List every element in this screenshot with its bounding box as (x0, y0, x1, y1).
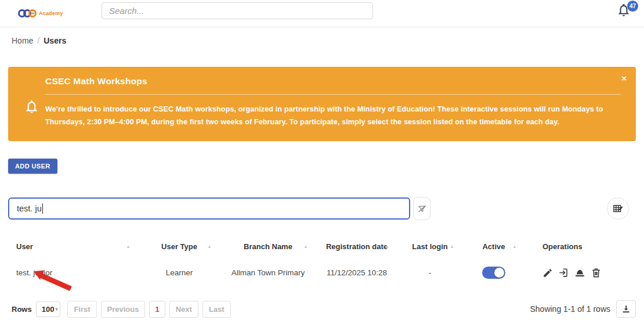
breadcrumb-separator: / (37, 36, 39, 45)
breadcrumb-current: Users (44, 36, 66, 45)
logo-text: Academy (39, 10, 63, 16)
column-header-branch-name[interactable]: Branch Name▲ (220, 236, 316, 257)
column-header-operations: Operations (525, 236, 636, 257)
notifications-button[interactable]: 47 (616, 2, 635, 20)
announcement-body: We're thrilled to introduce our CSEC Mat… (45, 103, 621, 128)
chevron-down-icon: ▾ (55, 307, 57, 312)
announcement-banner: CSEC Math Workshops We're thrilled to in… (8, 67, 636, 141)
table-footer: Rows 100 ▾ First Previous 1 Next Last Sh… (8, 300, 636, 318)
cell-operations (525, 257, 636, 289)
filter-off-icon (417, 203, 428, 214)
text-cursor (42, 203, 43, 214)
announcement-divider (45, 94, 621, 95)
breadcrumb: Home / Users (0, 27, 644, 45)
sort-caret-icon: ▲ (126, 243, 131, 249)
rows-label: Rows (12, 305, 32, 314)
first-page-button[interactable]: First (67, 301, 96, 318)
column-header-last-login[interactable]: Last login▲ (397, 236, 462, 257)
announcement-title: CSEC Math Workshops (45, 76, 621, 87)
edit-columns-icon (612, 203, 624, 214)
users-table: User▲ User Type▲ Branch Name▲ Registrati… (8, 236, 636, 289)
download-icon (621, 304, 631, 314)
toggle-knob (494, 268, 504, 278)
chart-icon[interactable] (574, 267, 585, 278)
cell-last-login: - (397, 257, 462, 289)
user-search-input[interactable]: test. ju (8, 197, 410, 220)
notification-count-badge: 47 (627, 1, 638, 12)
column-header-user-type[interactable]: User Type▲ (139, 236, 220, 257)
page-size-select[interactable]: 100 ▾ (36, 301, 61, 317)
cell-active (462, 257, 525, 289)
sort-caret-icon: ▲ (207, 243, 212, 249)
sort-caret-icon: ▲ (450, 243, 454, 249)
topbar: Academy 47 (0, 0, 644, 27)
global-search-input[interactable] (102, 2, 373, 19)
active-toggle[interactable] (482, 267, 505, 279)
next-page-button[interactable]: Next (169, 301, 198, 318)
announcement-bell-icon (24, 98, 39, 117)
export-button[interactable] (616, 300, 636, 318)
delete-icon[interactable] (591, 267, 602, 278)
edit-icon[interactable] (542, 268, 553, 278)
column-header-registration-date[interactable]: Registration date▲ (316, 236, 397, 257)
close-icon[interactable]: × (621, 74, 627, 82)
table-toolbar: test. ju (8, 197, 636, 220)
user-search-value: test. ju (17, 204, 42, 213)
cell-registration-date: 11/12/2025 10:28 (316, 257, 397, 289)
last-page-button[interactable]: Last (202, 301, 231, 318)
add-user-button[interactable]: ADD USER (8, 159, 57, 174)
login-as-icon[interactable] (558, 267, 569, 278)
brand-logo[interactable]: Academy (17, 7, 63, 20)
cell-branch-name: Allman Town Primary (220, 257, 316, 289)
toggle-columns-button[interactable] (607, 197, 629, 220)
table-row: test. junior Learner Allman Town Primary… (8, 257, 636, 289)
previous-page-button[interactable]: Previous (101, 301, 146, 318)
logo-rings-icon (17, 7, 37, 20)
column-header-active[interactable]: Active▲ (462, 236, 525, 257)
clear-filter-button[interactable] (413, 197, 430, 220)
sort-caret-icon: ▲ (512, 243, 517, 249)
current-page-button[interactable]: 1 (149, 301, 165, 318)
table-header-row: User▲ User Type▲ Branch Name▲ Registrati… (8, 236, 636, 257)
cell-user: test. junior (8, 257, 139, 289)
breadcrumb-home-link[interactable]: Home (12, 36, 33, 45)
sort-caret-icon: ▲ (385, 243, 389, 249)
cell-user-type: Learner (139, 257, 220, 289)
column-header-user[interactable]: User▲ (8, 236, 139, 257)
sort-caret-icon: ▲ (303, 243, 308, 249)
showing-rows-text: Showing 1-1 of 1 rows (530, 304, 610, 314)
